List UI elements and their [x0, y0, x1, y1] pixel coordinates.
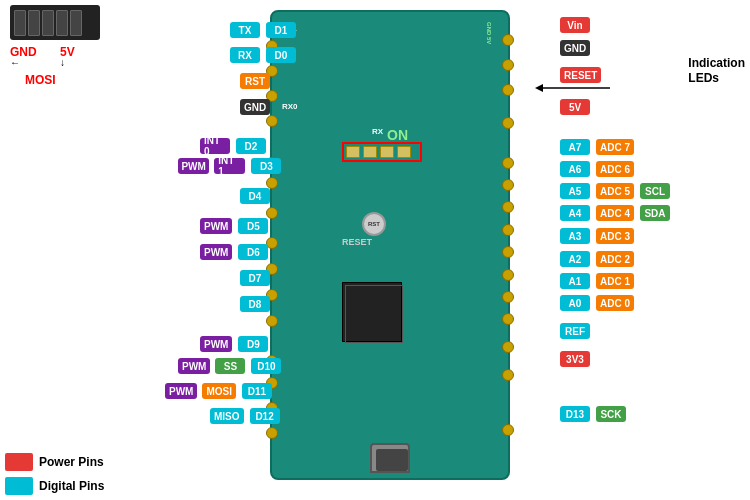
pin-row-pwm-d5: PWM D5: [200, 218, 268, 234]
pin-row-ss-d10: PWM SS D10: [178, 358, 281, 374]
pcb-reset-label: RESET: [342, 237, 372, 247]
badge-pwm-d11: PWM: [165, 383, 197, 399]
pin-row-mosi-d11: PWM MOSI D11: [165, 383, 272, 399]
badge-a6: A6: [560, 161, 590, 177]
pcb-5v-vert: 5V: [486, 37, 492, 44]
badge-d3: D3: [251, 158, 281, 174]
pin-row-d13: D13 SCK: [560, 406, 626, 422]
pin-row-d7: D7: [240, 270, 270, 286]
pin-row-a3: A3 ADC 3: [560, 228, 634, 244]
pcb-pin: [502, 179, 514, 191]
badge-rst: RST: [240, 73, 270, 89]
badge-adc6: ADC 6: [596, 161, 634, 177]
badge-pwm-int1: PWM: [178, 158, 209, 174]
badge-a7: A7: [560, 139, 590, 155]
badge-d2: D2: [236, 138, 266, 154]
badge-adc7: ADC 7: [596, 139, 634, 155]
badge-d4: D4: [240, 188, 270, 204]
badge-pwm-d10: PWM: [178, 358, 210, 374]
pin-row-pwm-d9: PWM D9: [200, 336, 268, 352]
pin-row-int1: PWM INT 1 D3: [178, 158, 281, 174]
ic-chip: [342, 282, 402, 342]
pin-row-d8: D8: [240, 296, 270, 312]
pin-row-vin: Vin: [560, 17, 590, 33]
pcb-pin: [502, 341, 514, 353]
badge-d12: D12: [250, 408, 280, 424]
pcb-pin: [502, 369, 514, 381]
pin-row-d4: D4: [240, 188, 270, 204]
pin-row-reset-r: RESET: [560, 67, 601, 83]
pcb-pin: [502, 424, 514, 436]
pcb-pin: [502, 224, 514, 236]
badge-d5: D5: [238, 218, 268, 234]
legend-power-label: Power Pins: [39, 455, 104, 469]
badge-pwm-d6: PWM: [200, 244, 232, 260]
led-component: [380, 146, 394, 158]
pin-row-a0: A0 ADC 0: [560, 295, 634, 311]
badge-a1: A1: [560, 273, 590, 289]
pcb-on-label: ON: [387, 127, 408, 143]
pin-row-a5: A5 ADC 5 SCL: [560, 183, 670, 199]
badge-a4: A4: [560, 205, 590, 221]
badge-gnd-r: GND: [560, 40, 590, 56]
legend-digital-label: Digital Pins: [39, 479, 104, 493]
reset-button-pcb: RST: [362, 212, 386, 236]
badge-reset: RESET: [560, 67, 601, 83]
pin-row-rx: RX D0: [230, 47, 296, 63]
pin-row-ref: REF: [560, 323, 590, 339]
badge-ss: SS: [215, 358, 245, 374]
badge-adc2: ADC 2: [596, 251, 634, 267]
legend-power-box: [5, 453, 33, 471]
badge-rx: RX: [230, 47, 260, 63]
pin-row-a4: A4 ADC 4 SDA: [560, 205, 670, 221]
pcb-pin: [502, 291, 514, 303]
indication-arrow-line: [535, 82, 615, 96]
pcb-pin: [502, 117, 514, 129]
badge-mosi: MOSI: [202, 383, 236, 399]
pin-row-rst: RST: [240, 73, 270, 89]
pcb-rx-big-label: RX: [372, 127, 383, 136]
pin-row-gnd: GND: [240, 99, 270, 115]
pin-row-gnd-r: GND: [560, 40, 590, 56]
badge-d1: D1: [266, 22, 296, 38]
legend-digital-box: [5, 477, 33, 495]
led-component: [363, 146, 377, 158]
pin-row-a2: A2 ADC 2: [560, 251, 634, 267]
badge-5v: 5V: [560, 99, 590, 115]
badge-a2: A2: [560, 251, 590, 267]
badge-d8: D8: [240, 296, 270, 312]
pin-row-int0: INT 0 D2: [200, 138, 266, 154]
pcb-pin: [502, 59, 514, 71]
badge-miso: MISO: [210, 408, 244, 424]
pin-row-a1: A1 ADC 1: [560, 273, 634, 289]
pin-row-pwm-d6: PWM D6: [200, 244, 268, 260]
board-area: RST TX1 RX0 RX ON RESET GND 5V: [220, 0, 560, 500]
badge-d11: D11: [242, 383, 272, 399]
pcb-pin: [502, 201, 514, 213]
usb-port: [370, 443, 410, 473]
pcb-rx-label: RX0: [282, 102, 298, 111]
badge-tx: TX: [230, 22, 260, 38]
pcb-board: RST TX1 RX0 RX ON RESET GND 5V: [270, 10, 510, 480]
badge-int0: INT 0: [200, 138, 230, 154]
pin-row-a7: A7 ADC 7: [560, 139, 634, 155]
pin-row-tx: TX D1: [230, 22, 296, 38]
badge-d13: D13: [560, 406, 590, 422]
badge-a0: A0: [560, 295, 590, 311]
pcb-pin: [502, 84, 514, 96]
pcb-pin: [266, 427, 278, 439]
pcb-pin: [266, 315, 278, 327]
badge-3v3: 3V3: [560, 351, 590, 367]
badge-d7: D7: [240, 270, 270, 286]
badge-adc0: ADC 0: [596, 295, 634, 311]
badge-sck: SCK: [596, 406, 626, 422]
pcb-pin: [502, 269, 514, 281]
badge-pwm-d9: PWM: [200, 336, 232, 352]
badge-pwm-d5: PWM: [200, 218, 232, 234]
leds-area: [342, 142, 422, 162]
legend-power: Power Pins: [5, 453, 104, 471]
svg-marker-1: [535, 84, 543, 92]
pin-row-5v-r: 5V: [560, 99, 590, 115]
badge-adc3: ADC 3: [596, 228, 634, 244]
badge-adc5: ADC 5: [596, 183, 634, 199]
